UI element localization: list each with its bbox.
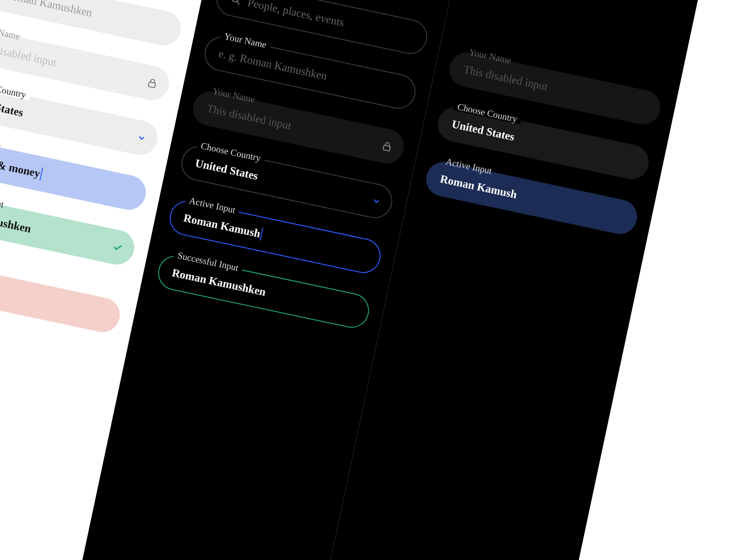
search-placeholder-c: People, places, events: [247, 0, 345, 29]
svg-line-16: [236, 1, 240, 5]
name-placeholder-c: e. g. Roman Kamushken: [218, 47, 328, 83]
disabled-text-b: This disabled input: [0, 39, 58, 69]
active-value-b: Save time & money: [0, 148, 42, 180]
disabled-text-d: This disabled input: [462, 63, 549, 93]
active-value-d: Roman Kamush: [439, 172, 518, 201]
disabled-text-c: This disabled input: [206, 102, 293, 132]
label-success-b: Successful Input: [0, 186, 8, 210]
chevron-down-icon: [136, 133, 147, 144]
active-value-c: Roman Kamush: [183, 211, 261, 240]
check-icon: [112, 241, 124, 253]
success-value-c: Roman Kamushken: [171, 266, 267, 298]
name-placeholder-b: e. g. Roman Kamushken: [0, 0, 93, 19]
chevron-down-icon: [371, 196, 382, 207]
lock-icon: [381, 140, 394, 153]
lock-icon: [146, 77, 159, 90]
search-icon: [229, 0, 242, 6]
